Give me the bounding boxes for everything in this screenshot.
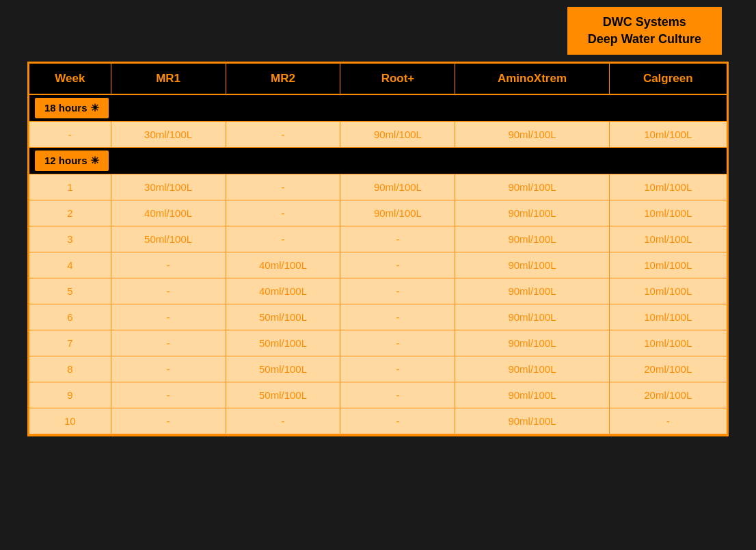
aminoxtrem-cell: 90ml/100L [455, 200, 609, 226]
week-cell: 7 [29, 330, 111, 356]
week-cell: 10 [29, 408, 111, 434]
calgreen-cell: 10ml/100L [609, 252, 727, 278]
mr2-cell: 50ml/100L [226, 382, 340, 408]
table-row: 2 40ml/100L - 90ml/100L 90ml/100L 10ml/1… [29, 200, 727, 226]
aminoxtrem-cell: 90ml/100L [455, 356, 609, 382]
calgreen-cell: 10ml/100L [609, 304, 727, 330]
table-row: 6 - 50ml/100L - 90ml/100L 10ml/100L [29, 304, 727, 330]
mr2-cell: - [226, 226, 340, 252]
week-cell: - [29, 122, 111, 148]
section-12-header-row: 12 hours ☀ [29, 148, 727, 174]
col-mr1: MR1 [111, 64, 226, 94]
aminoxtrem-cell: 90ml/100L [455, 226, 609, 252]
mr1-cell: - [111, 330, 226, 356]
calgreen-cell: 10ml/100L [609, 174, 727, 200]
table-row: 1 30ml/100L - 90ml/100L 90ml/100L 10ml/1… [29, 174, 727, 200]
mr2-cell: 50ml/100L [226, 330, 340, 356]
mr2-cell: 50ml/100L [226, 356, 340, 382]
week-cell: 6 [29, 304, 111, 330]
col-calgreen: Calgreen [609, 64, 727, 94]
schedule-table: Week MR1 MR2 Root+ AminoXtrem Calgreen 1… [29, 64, 727, 434]
calgreen-cell: 10ml/100L [609, 278, 727, 304]
mr1-cell: 50ml/100L [111, 226, 226, 252]
week-cell: 3 [29, 226, 111, 252]
mr2-cell: - [226, 408, 340, 434]
calgreen-cell: 10ml/100L [609, 200, 727, 226]
header-line1: DWC Systems [588, 14, 701, 31]
table-header-row: Week MR1 MR2 Root+ AminoXtrem Calgreen [29, 64, 727, 94]
rootplus-cell: - [340, 356, 455, 382]
mr2-cell: - [226, 122, 340, 148]
rootplus-cell: - [340, 330, 455, 356]
week-cell: 8 [29, 356, 111, 382]
section-12-label: 12 hours ☀ [35, 150, 109, 171]
calgreen-cell: 10ml/100L [609, 226, 727, 252]
mr2-cell: - [226, 200, 340, 226]
week-cell: 5 [29, 278, 111, 304]
mr1-cell: - [111, 408, 226, 434]
calgreen-cell: 20ml/100L [609, 382, 727, 408]
rootplus-cell: - [340, 304, 455, 330]
table-row: 5 - 40ml/100L - 90ml/100L 10ml/100L [29, 278, 727, 304]
calgreen-cell: - [609, 408, 727, 434]
calgreen-cell: 20ml/100L [609, 356, 727, 382]
section-18-label: 18 hours ☀ [35, 98, 109, 118]
mr2-cell: 40ml/100L [226, 278, 340, 304]
mr2-cell: - [226, 174, 340, 200]
col-week: Week [29, 64, 111, 94]
table-row: - 30ml/100L - 90ml/100L 90ml/100L 10ml/1… [29, 122, 727, 148]
aminoxtrem-cell: 90ml/100L [455, 122, 609, 148]
table-row: 7 - 50ml/100L - 90ml/100L 10ml/100L [29, 330, 727, 356]
week-cell: 1 [29, 174, 111, 200]
mr1-cell: 30ml/100L [111, 174, 226, 200]
col-rootplus: Root+ [340, 64, 455, 94]
aminoxtrem-cell: 90ml/100L [455, 174, 609, 200]
mr1-cell: - [111, 252, 226, 278]
aminoxtrem-cell: 90ml/100L [455, 330, 609, 356]
table-row: 3 50ml/100L - - 90ml/100L 10ml/100L [29, 226, 727, 252]
aminoxtrem-cell: 90ml/100L [455, 408, 609, 434]
col-mr2: MR2 [226, 64, 340, 94]
week-cell: 2 [29, 200, 111, 226]
rootplus-cell: 90ml/100L [340, 174, 455, 200]
header-line2: Deep Water Culture [588, 31, 701, 48]
week-cell: 4 [29, 252, 111, 278]
calgreen-cell: 10ml/100L [609, 330, 727, 356]
mr1-cell: 30ml/100L [111, 122, 226, 148]
rootplus-cell: - [340, 278, 455, 304]
rootplus-cell: 90ml/100L [340, 122, 455, 148]
aminoxtrem-cell: 90ml/100L [455, 304, 609, 330]
mr2-cell: 50ml/100L [226, 304, 340, 330]
header-box: DWC Systems Deep Water Culture [567, 7, 722, 55]
rootplus-cell: - [340, 226, 455, 252]
aminoxtrem-cell: 90ml/100L [455, 382, 609, 408]
table-row: 8 - 50ml/100L - 90ml/100L 20ml/100L [29, 356, 727, 382]
mr1-cell: 40ml/100L [111, 200, 226, 226]
mr2-cell: 40ml/100L [226, 252, 340, 278]
aminoxtrem-cell: 90ml/100L [455, 278, 609, 304]
table-wrapper: Week MR1 MR2 Root+ AminoXtrem Calgreen 1… [27, 62, 729, 436]
rootplus-cell: - [340, 382, 455, 408]
mr1-cell: - [111, 304, 226, 330]
rootplus-cell: - [340, 408, 455, 434]
rootplus-cell: - [340, 252, 455, 278]
table-row: 10 - - - 90ml/100L - [29, 408, 727, 434]
mr1-cell: - [111, 356, 226, 382]
col-aminoxtrem: AminoXtrem [455, 64, 609, 94]
calgreen-cell: 10ml/100L [609, 122, 727, 148]
section-18-header-row: 18 hours ☀ [29, 94, 727, 122]
rootplus-cell: 90ml/100L [340, 200, 455, 226]
aminoxtrem-cell: 90ml/100L [455, 252, 609, 278]
table-row: 4 - 40ml/100L - 90ml/100L 10ml/100L [29, 252, 727, 278]
table-row: 9 - 50ml/100L - 90ml/100L 20ml/100L [29, 382, 727, 408]
mr1-cell: - [111, 278, 226, 304]
week-cell: 9 [29, 382, 111, 408]
mr1-cell: - [111, 382, 226, 408]
